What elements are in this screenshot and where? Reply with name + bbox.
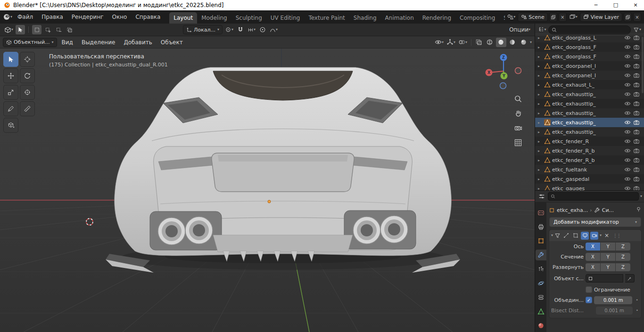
expand-icon[interactable]: ▸ [538,102,543,106]
snap-toggle-button[interactable] [236,25,245,34]
hide-eye-icon[interactable] [624,53,631,60]
expand-icon[interactable]: ▸ [538,149,543,153]
workspace-tab-texture-paint[interactable]: Texture Paint [304,12,349,24]
tab-constraints[interactable] [536,292,546,303]
expand-icon[interactable]: ▸ [538,186,543,191]
camera-visibility-icon[interactable] [633,157,640,163]
tool-scale[interactable] [3,85,18,100]
object-name[interactable]: etkc_fender_R_b [552,148,595,154]
zoom-button[interactable] [513,94,523,104]
mode-dropdown[interactable]: Объектный... ▾ [3,38,57,47]
object-name[interactable]: etkc_doorglass_L [552,35,596,41]
hide-eye-icon[interactable] [624,119,631,126]
toggle-render-display[interactable] [590,232,598,240]
viewport-3d[interactable]: Пользовательская перспектива (175) Colle… [0,49,535,332]
menu-object[interactable]: Объект [157,39,187,46]
unlink-scene-button[interactable]: × [559,13,567,22]
tab-particles[interactable] [536,264,546,275]
minimize-button[interactable]: ─ [587,0,604,10]
expand-icon[interactable]: ▸ [538,177,543,181]
expand-icon[interactable]: ▸ [538,139,543,144]
proportional-falloff-dropdown[interactable]: ▾ [269,25,279,34]
merge-threshold-field[interactable]: 0.001 m [594,296,632,304]
camera-visibility-icon[interactable] [633,185,640,190]
menu-add[interactable]: Добавить [120,39,156,46]
select-mode-set-button[interactable] [32,25,41,34]
object-name[interactable]: etkc_fender_R [552,138,589,145]
camera-visibility-icon[interactable] [633,100,640,107]
toggle-realtime-display[interactable] [581,232,589,240]
options-dropdown[interactable]: Опции ▾ [508,25,531,34]
object-name[interactable]: etkc_exhaust_L_ [552,82,594,88]
camera-view-button[interactable] [513,123,523,133]
workspace-tab-sculpting[interactable]: Sculpting [231,12,266,24]
outliner-row[interactable]: ▸etkc_exhausttip_ [535,127,644,137]
overlays-dropdown[interactable]: ▾ [457,38,468,47]
flip-y-button[interactable]: Y [601,263,615,271]
bisect-distance-field[interactable]: 0.001 m [596,307,633,315]
camera-visibility-icon[interactable] [633,129,640,135]
outliner-row[interactable]: ▸etkc_doorglass_F [535,42,644,52]
camera-visibility-icon[interactable] [633,81,640,88]
tab-output[interactable] [536,221,546,232]
outliner-row[interactable]: ▸etkc_fender_R_b [535,155,644,165]
workspace-tab-scripting[interactable]: Sc [499,12,505,24]
menu-view[interactable]: Вид [58,39,77,46]
modifier-extras-dropdown[interactable]: ▾ [600,234,602,237]
shading-wireframe-button[interactable] [485,38,495,47]
camera-visibility-icon[interactable] [633,91,640,97]
select-mode-extend-button[interactable] [43,25,52,34]
merge-checkbox[interactable]: ✓ [586,297,592,303]
gizmos-dropdown[interactable]: ▾ [446,38,456,47]
menu-help[interactable]: Справка [131,14,165,20]
select-mode-subtract-button[interactable] [54,25,63,34]
expand-icon[interactable]: ▸ [538,168,543,172]
browse-scene-button[interactable]: ▾ [506,12,516,22]
remove-view-layer-button[interactable]: × [633,13,641,22]
active-tool-button[interactable] [16,25,25,34]
hide-eye-icon[interactable] [624,157,631,163]
camera-visibility-icon[interactable] [633,53,640,60]
object-name[interactable]: etkc_exhausttip_ [552,101,596,107]
menu-edit[interactable]: Правка [37,14,67,20]
shading-material-button[interactable] [507,38,518,47]
camera-visibility-icon[interactable] [633,166,640,173]
workspace-tab-modeling[interactable]: Modeling [197,12,231,24]
workspace-tab-animation[interactable]: Animation [381,12,418,24]
bisect-x-button[interactable]: X [586,253,600,261]
outliner-row-selected[interactable]: ▸etkc_exhausttip_ [535,118,644,127]
object-name[interactable]: etkc_doorpanel_l [552,73,596,79]
tab-material[interactable] [536,320,546,331]
tool-select-box[interactable] [3,52,18,67]
tab-render[interactable] [536,207,546,218]
menu-window[interactable]: Окно [108,14,132,20]
toggle-cage-display[interactable] [571,232,579,240]
clipping-checkbox[interactable] [586,286,592,293]
outliner-row[interactable]: ▸etkc_exhausttip_ [535,99,644,108]
axis-y-button[interactable]: Y [601,243,615,251]
add-modifier-dropdown[interactable]: Добавить модификатор ▾ [549,217,641,227]
hide-eye-icon[interactable] [624,166,631,173]
visibility-dropdown[interactable]: ▾ [434,38,445,47]
breadcrumb-object-name[interactable]: etkc_exha... [557,207,588,213]
bisect-y-button[interactable]: Y [601,253,615,261]
object-name[interactable]: etkc_doorpanel_l [552,63,596,69]
xray-toggle[interactable] [474,38,484,47]
blender-logo-menu[interactable]: ▾ [2,12,13,22]
hide-eye-icon[interactable] [624,34,631,41]
tab-modifiers[interactable] [536,250,546,260]
mirror-object-field[interactable] [586,274,623,283]
bisect-z-button[interactable]: Z [616,253,630,261]
hide-eye-icon[interactable] [624,63,631,69]
hide-eye-icon[interactable] [624,138,631,145]
tab-object-data[interactable] [536,306,546,317]
editor-type-button[interactable]: ▾ [3,25,14,34]
flip-z-button[interactable]: Z [616,263,630,271]
expand-icon[interactable]: ▸ [538,55,543,59]
shading-rendered-button[interactable] [519,38,529,47]
hide-eye-icon[interactable] [624,185,631,190]
camera-visibility-icon[interactable] [633,44,640,50]
tool-move[interactable] [3,68,18,83]
menu-select[interactable]: Выделение [78,39,119,46]
expand-icon[interactable]: ▸ [538,64,543,68]
